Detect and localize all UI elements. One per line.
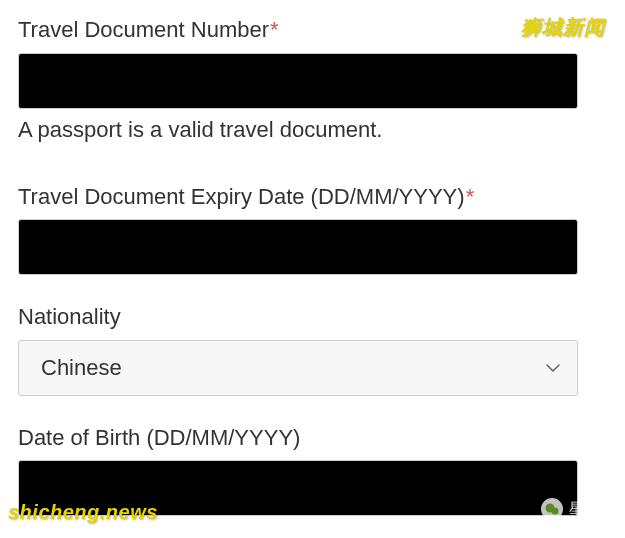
required-mark: *	[270, 17, 279, 42]
travel-doc-number-label: Travel Document Number*	[18, 16, 607, 45]
chevron-down-icon	[545, 360, 561, 376]
label-text: Travel Document Number	[18, 17, 269, 42]
nationality-label: Nationality	[18, 303, 607, 332]
travel-doc-help-text: A passport is a valid travel document.	[18, 117, 607, 143]
nationality-select[interactable]: Chinese	[18, 340, 578, 396]
label-text: Travel Document Expiry Date (DD/MM/YYYY)	[18, 184, 465, 209]
nationality-value: Chinese	[41, 355, 122, 381]
wechat-icon	[541, 498, 563, 520]
watermark-text: 星传媒	[569, 500, 611, 518]
nationality-group: Nationality Chinese	[18, 303, 607, 396]
watermark-bottom-left: shicheng.news	[8, 501, 158, 524]
travel-doc-expiry-input[interactable]	[18, 219, 578, 275]
required-mark: *	[466, 184, 475, 209]
travel-doc-expiry-label: Travel Document Expiry Date (DD/MM/YYYY)…	[18, 183, 607, 212]
travel-doc-number-input[interactable]	[18, 53, 578, 109]
date-of-birth-label: Date of Birth (DD/MM/YYYY)	[18, 424, 607, 453]
travel-doc-expiry-group: Travel Document Expiry Date (DD/MM/YYYY)…	[18, 183, 607, 276]
watermark-top-right: 狮城新闻	[521, 14, 605, 41]
watermark-bottom-right: 星传媒	[541, 498, 611, 520]
travel-doc-number-group: Travel Document Number* A passport is a …	[18, 16, 607, 143]
svg-point-1	[552, 508, 559, 515]
